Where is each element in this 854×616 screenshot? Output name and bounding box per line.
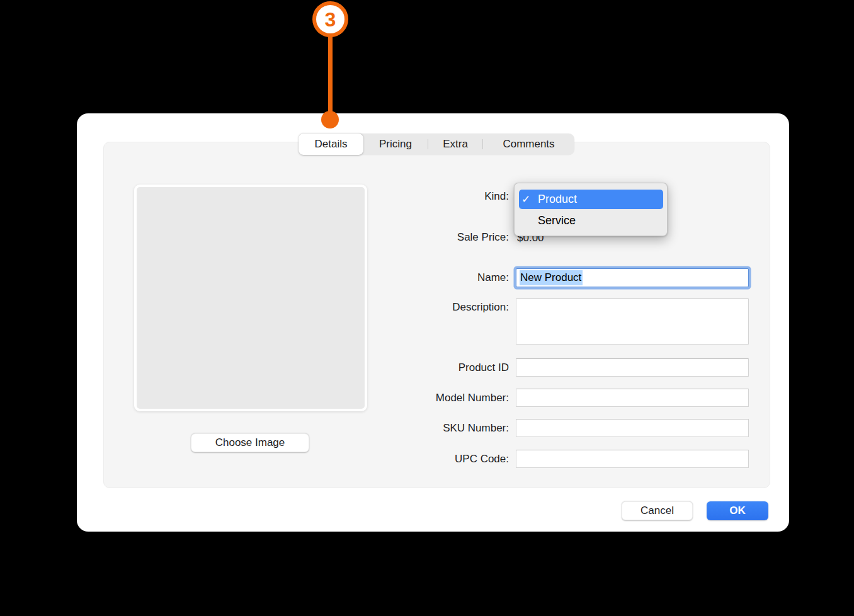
ok-button[interactable]: OK: [707, 501, 768, 520]
tab-pricing[interactable]: Pricing: [363, 134, 428, 155]
model-number-label: Model Number:: [383, 392, 509, 404]
sale-price-label: Sale Price:: [383, 231, 509, 244]
cancel-button[interactable]: Cancel: [622, 501, 693, 520]
product-image-placeholder[interactable]: [134, 185, 367, 411]
choose-image-button[interactable]: Choose Image: [191, 433, 309, 452]
name-label: Name:: [383, 271, 509, 284]
sku-number-input[interactable]: [516, 419, 749, 437]
callout-line: [328, 35, 333, 114]
tab-comments-label: Comments: [503, 138, 554, 151]
details-panel: Choose Image Kind: Sale Price: $0.00 Nam…: [103, 142, 770, 488]
tab-comments[interactable]: Comments: [483, 134, 574, 155]
checkmark-icon: ✓: [519, 193, 538, 206]
tab-details[interactable]: Details: [299, 134, 363, 155]
name-selected-text: New Product: [520, 270, 583, 285]
tab-extra[interactable]: Extra: [428, 134, 482, 155]
model-number-input[interactable]: [516, 389, 749, 407]
upc-code-input[interactable]: [516, 450, 749, 468]
description-input[interactable]: [516, 299, 749, 345]
menu-item-service-label: Service: [538, 214, 576, 227]
description-label: Description:: [383, 301, 509, 314]
tab-details-label: Details: [315, 138, 348, 151]
name-input[interactable]: New Product: [516, 268, 749, 287]
kind-dropdown-menu: ✓ Product ✓ Service: [514, 183, 668, 236]
tab-extra-label: Extra: [443, 138, 468, 151]
callout-badge: 3: [312, 1, 348, 37]
kind-label: Kind:: [383, 190, 509, 203]
product-id-label: Product ID: [383, 362, 509, 374]
menu-item-product-label: Product: [538, 193, 577, 206]
callout-number: 3: [325, 9, 336, 30]
product-id-input[interactable]: [516, 358, 749, 377]
upc-code-label: UPC Code:: [383, 453, 509, 465]
tab-bar: Details Pricing Extra Comments: [299, 134, 574, 155]
menu-item-product[interactable]: ✓ Product: [519, 190, 663, 209]
new-product-dialog: Details Pricing Extra Comments Choose Im…: [77, 113, 789, 532]
sku-number-label: SKU Number:: [383, 422, 509, 435]
callout-dot: [321, 111, 339, 128]
tab-pricing-label: Pricing: [379, 138, 412, 151]
menu-item-service[interactable]: ✓ Service: [519, 210, 663, 231]
